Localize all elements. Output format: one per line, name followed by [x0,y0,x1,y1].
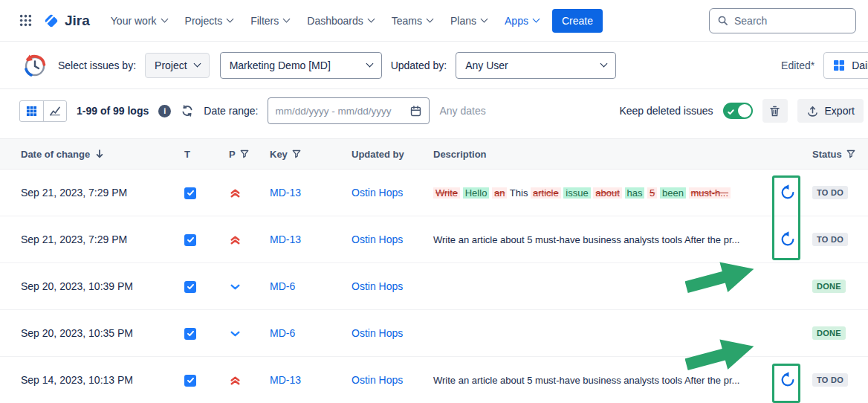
row-checkbox[interactable] [184,281,196,293]
date-cell: Sep 20, 2023, 10:39 PM [0,280,178,292]
priority-low-icon [229,327,242,340]
updated-by-link[interactable]: Ostin Hops [352,374,403,386]
key-cell: MD-13 [264,187,346,199]
chevron-down-icon [481,16,488,23]
any-dates-label: Any dates [439,105,485,117]
calendar-icon[interactable] [409,105,422,117]
table-body: Sep 21, 2023, 7:29 PMMD-13Ostin HopsWrit… [0,170,868,403]
nav-item-your-work[interactable]: Your work [103,9,175,33]
filter-funnel-icon[interactable] [846,149,855,158]
select-mode-dropdown[interactable]: Project [145,53,210,78]
row-checkbox[interactable] [184,187,196,199]
description-segment-plain: This [510,187,528,199]
description-segment-added: been [660,187,686,199]
col-header-status[interactable]: Status [806,149,868,160]
updated-by-cell: Ostin Hops [346,374,427,386]
issue-key-link[interactable]: MD-13 [270,374,301,386]
jira-logo-icon [43,13,59,29]
chevron-down-icon [427,16,434,23]
export-button[interactable]: Export [797,99,864,123]
table-row: Sep 20, 2023, 10:35 PMMD-6Ostin HopsDONE [0,310,868,357]
priority-highest-icon [229,233,242,246]
refresh-icon[interactable] [181,104,194,117]
chevron-down-icon [600,60,608,68]
col-header-description[interactable]: Description [427,149,769,160]
grid-view-icon[interactable] [20,101,43,121]
col-header-date-of-change[interactable]: Date of change [0,149,178,160]
search-box[interactable] [709,8,856,33]
table-row: Sep 14, 2023, 10:13 PMMD-13Ostin HopsWri… [0,357,868,403]
toolbar-right: Keep deleted issues Export [619,99,864,123]
rollback-cell [769,184,806,201]
view-switcher [19,100,67,122]
delete-logs-button[interactable] [762,99,788,123]
user-select[interactable]: Any User [456,52,616,79]
issue-key-link[interactable]: MD-13 [270,187,301,199]
description-segment-plain: Write an article about 5 must-have busin… [433,234,739,245]
col-header-priority[interactable]: P [223,149,264,160]
key-cell: MD-13 [264,374,346,386]
issue-key-link[interactable]: MD-6 [270,280,295,292]
nav-item-dashboards[interactable]: Dashboards [299,9,381,33]
trash-icon [768,105,781,117]
nav-item-projects[interactable]: Projects [178,9,241,33]
updated-by-link[interactable]: Ostin Hops [352,187,403,199]
type-cell [178,280,223,292]
chevron-down-icon [367,16,375,23]
row-checkbox[interactable] [184,375,196,387]
status-badge: TO DO [812,373,848,387]
status-cell: TO DO [806,186,868,199]
col-header-key[interactable]: Key [264,149,346,160]
search-icon [717,15,728,26]
updated-by-link[interactable]: Ostin Hops [352,280,403,292]
filter-funnel-icon[interactable] [292,149,301,158]
date-range-field[interactable] [268,97,430,124]
description-segment-removed: 5 [647,187,657,199]
col-header-updated-by[interactable]: Updated by [346,149,427,160]
jira-logo[interactable]: Jira [43,13,90,29]
app-switcher-icon[interactable] [13,9,37,33]
rollback-button[interactable] [780,372,796,388]
row-checkbox[interactable] [184,234,196,246]
updated-by-link[interactable]: Ostin Hops [352,233,403,245]
check-icon [727,106,735,118]
export-icon [806,105,819,117]
nav-item-apps[interactable]: Apps [497,9,546,33]
description-segment-removed: an [492,187,507,199]
create-button[interactable]: Create [552,9,603,33]
chart-view-icon[interactable] [43,101,66,121]
issue-key-link[interactable]: MD-13 [270,233,301,245]
rollback-button[interactable] [780,231,796,248]
status-badge: TO DO [812,233,848,246]
keep-deleted-toggle[interactable] [723,103,753,119]
date-cell: Sep 20, 2023, 10:35 PM [0,327,178,339]
updated-by-link[interactable]: Ostin Hops [352,327,403,339]
priority-low-icon [229,280,242,293]
rollback-cell [769,372,806,388]
priority-cell [223,373,264,387]
toggle-knob [738,104,751,117]
info-icon[interactable]: i [158,105,171,117]
priority-cell [223,233,264,246]
table-row: Sep 21, 2023, 7:29 PMMD-13Ostin HopsWrit… [0,216,868,263]
updated-by-cell: Ostin Hops [346,280,427,292]
priority-highest-icon [229,187,242,199]
project-select[interactable]: Marketing Demo [MD] [220,52,382,79]
row-checkbox[interactable] [184,328,196,340]
nav-item-plans[interactable]: Plans [443,9,494,33]
key-cell: MD-13 [264,233,346,245]
issue-key-link[interactable]: MD-6 [270,327,295,339]
select-issues-by-label: Select issues by: [58,59,136,71]
daily-view-button[interactable]: Daily a [823,52,868,79]
date-range-input[interactable] [275,106,405,117]
nav-item-teams[interactable]: Teams [384,9,440,33]
rollback-button[interactable] [780,184,796,201]
nav-item-filters[interactable]: Filters [243,9,297,33]
search-input[interactable] [734,15,848,27]
chevron-down-icon [227,16,234,23]
col-header-type[interactable]: T [178,149,223,160]
status-badge: DONE [812,280,846,293]
filter-funnel-icon[interactable] [240,149,249,158]
priority-cell [223,186,264,199]
top-nav: Jira Your work Projects Filters Dashboar… [0,0,868,42]
